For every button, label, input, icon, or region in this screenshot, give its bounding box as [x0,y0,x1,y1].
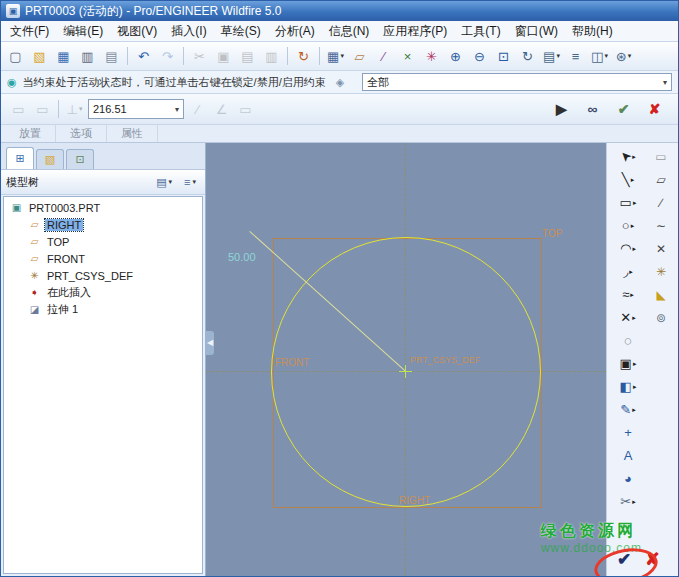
angle-constraint-button: ∠ [210,98,233,121]
point-tool[interactable]: ✕ [647,238,675,259]
menu-help[interactable]: 帮助(H) [565,21,620,42]
flyout-arrow-icon[interactable]: ▸ [630,291,634,299]
reorient-button[interactable]: ↻ [516,45,539,68]
open-file-button[interactable]: ▧ [28,45,51,68]
navigator-tab-folder-browser[interactable]: ▧ [36,149,64,169]
conic-arc-tool[interactable]: ∼ [647,215,675,236]
spline-tool[interactable]: ≈▸ [609,283,647,306]
zoom-in-button[interactable]: ⊕ [444,45,467,68]
menu-view[interactable]: 视图(V) [110,21,164,42]
tree-item-csys[interactable]: ✳PRT_CSYS_DEF [4,267,202,284]
flyout-arrow-icon[interactable]: ▸ [632,314,636,322]
csys-display-toggle[interactable]: ✳ [420,45,443,68]
circle-tool[interactable]: ○▸ [609,214,647,237]
dimension-left-group: ▭▭⊥▾ [7,98,86,121]
feature-ok-button[interactable]: ✔ [612,98,635,121]
flyout-arrow-icon[interactable]: ▸ [632,498,636,506]
fillet-tool[interactable]: ◞▸ [609,260,647,283]
sketch-cancel-button[interactable]: ✘ [645,549,659,570]
csys-marker [399,365,412,378]
constraint-tool[interactable]: + [609,421,647,444]
datum-plane-display-toggle[interactable]: ▱ [348,45,371,68]
menu-analysis[interactable]: 分析(A) [268,21,322,42]
tree-settings-button[interactable]: ≡▾ [180,172,200,192]
offset-edge-icon: ⊚ [656,311,666,325]
flyout-arrow-icon[interactable]: ▸ [633,199,637,207]
mirror-tool[interactable]: ◧▸ [609,375,647,398]
saved-views-button[interactable]: ▤▾ [540,45,563,68]
sketch-done-button[interactable]: ✔ [617,549,631,570]
dimension-tool[interactable]: ◌ [609,329,647,352]
menu-tools[interactable]: 工具(T) [454,21,507,42]
datum-display-button[interactable]: ⊛▾ [612,45,635,68]
zoom-out-button[interactable]: ⊖ [468,45,491,68]
rectangle-tool[interactable]: ▭▸ [609,191,647,214]
display-style-button[interactable]: ◫▾ [588,45,611,68]
dimension-label[interactable]: 50.00 [228,251,256,263]
undo-icon: ↶ [138,49,149,64]
refit-button[interactable]: ⊡ [492,45,515,68]
tree-item-prt0003[interactable]: ▣PRT0003.PRT [4,199,202,216]
select-tool[interactable]: ➤▸ [609,145,647,168]
flyout-arrow-icon[interactable]: ▸ [633,360,637,368]
perimeter-dimension-tool[interactable]: ▣▸ [609,352,647,375]
menu-file[interactable]: 文件(F) [3,21,56,42]
sketch-finish-group: ✔ ✘ [609,549,678,574]
datum-point-display-toggle[interactable]: × [396,45,419,68]
tool-row: ✕▸⊚ [609,306,678,329]
resume-button[interactable]: ▶ [550,98,573,121]
trim-tool[interactable]: ✂▸ [609,490,647,513]
menu-window[interactable]: 窗口(W) [508,21,565,42]
tree-item-front[interactable]: ▱FRONT [4,250,202,267]
dimension-value-combo[interactable]: 216.51 ▾ [88,99,184,119]
feature-cancel-button[interactable]: ✘ [643,98,666,121]
copy-icon: ▣ [217,49,229,64]
print-button[interactable]: ▥ [76,45,99,68]
flyout-arrow-icon[interactable]: ▸ [631,176,635,184]
datum-point-tool[interactable]: ✕▸ [609,306,647,329]
empty-slot [647,445,675,466]
use-edge-tool[interactable]: ◣ [647,284,675,305]
modify-tool[interactable]: ✎▸ [609,398,647,421]
tree-item-insert-here[interactable]: ➧在此插入 [4,284,202,301]
select-box-tool[interactable]: ▭ [647,146,675,167]
menu-info[interactable]: 信息(N) [322,21,377,42]
navigator-tab-model-tree[interactable]: ⊞ [6,147,34,169]
flyout-arrow-icon[interactable]: ▸ [629,268,633,276]
navigator-tab-favorites[interactable]: ⊡ [66,149,94,169]
print-preview-button[interactable]: ▤ [100,45,123,68]
offset-edge-tool[interactable]: ⊚ [647,307,675,328]
save-file-button[interactable]: ▦ [52,45,75,68]
sketch-canvas[interactable]: 50.00 TOP FRONT PRT_CSYS_DEF RIGHT ◀ [206,143,606,576]
csys-tool[interactable]: ✳ [647,261,675,282]
selection-filter-button[interactable]: ▦▾ [324,45,347,68]
oblique-line-tool[interactable]: ∕ [647,192,675,213]
menu-sketch[interactable]: 草绘(S) [214,21,268,42]
menu-insert[interactable]: 插入(I) [164,21,213,42]
tree-item-extrude-1[interactable]: ◪拉伸 1 [4,301,202,318]
arc-tool[interactable]: ◠▸ [609,237,647,260]
text-tool[interactable]: A [609,444,647,467]
undo-button[interactable]: ↶ [132,45,155,68]
panel-collapse-handle[interactable]: ◀ [206,331,214,355]
datum-axis-display-toggle[interactable]: ∕ [372,45,395,68]
tree-show-button[interactable]: ▤▾ [152,172,176,192]
constraint-filter-combo[interactable]: 全部 ▾ [362,73,672,91]
flyout-arrow-icon[interactable]: ▸ [633,383,637,391]
tool-row: ◠▸✕ [609,237,678,260]
line-tool[interactable]: ╲▸ [609,168,647,191]
regenerate-button[interactable]: ↻ [292,45,315,68]
flyout-arrow-icon[interactable]: ▸ [631,222,635,230]
preview-button[interactable]: ∞ [581,98,604,121]
flyout-arrow-icon[interactable]: ▸ [632,406,636,414]
tree-item-right[interactable]: ▱RIGHT [4,216,202,233]
menu-edit[interactable]: 编辑(E) [56,21,110,42]
menu-applications[interactable]: 应用程序(P) [376,21,454,42]
new-file-button[interactable]: ▢ [4,45,27,68]
layers-button[interactable]: ≡ [564,45,587,68]
centerline-tool[interactable]: ▱ [647,169,675,190]
sketcher-toolbar: ➤▸▭╲▸▱▭▸∕○▸∼◠▸✕◞▸✳≈▸◣✕▸⊚◌▣▸◧▸✎▸+A◕✂▸ ✔ ✘ [606,143,678,576]
flyout-arrow-icon[interactable]: ▸ [632,245,636,253]
tree-item-top[interactable]: ▱TOP [4,233,202,250]
palette-tool[interactable]: ◕ [609,467,647,490]
